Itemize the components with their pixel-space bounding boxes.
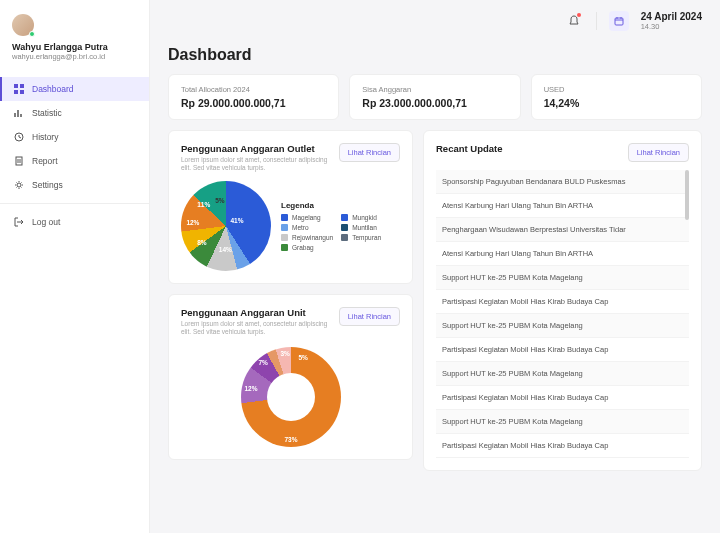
card-title: Penggunaan Anggaran Outlet [181, 143, 339, 154]
stat-label: Total Allocation 2024 [181, 85, 326, 94]
bell-icon[interactable] [564, 11, 584, 31]
legend-item: Rejowinangun [292, 234, 333, 241]
topbar: 24 April 2024 14.30 [150, 0, 720, 42]
detail-button[interactable]: Lihat Rincian [339, 307, 400, 326]
date-text: 24 April 2024 [641, 11, 702, 22]
stat-value: Rp 23.000.000.000,71 [362, 97, 507, 109]
update-item[interactable]: Partisipasi Kegiatan Mobil Hias Kirab Bu… [436, 338, 689, 362]
legend-title: Legenda [281, 201, 400, 210]
chart-icon [14, 108, 24, 118]
pie-chart-outlet: 41% 5% 11% 12% 8% 14% [181, 181, 271, 271]
update-item[interactable]: Atensi Karbung Hari Ulang Tahun Bin ARTH… [436, 194, 689, 218]
update-item[interactable]: Penghargaan Wisudawan Berprestasi Univer… [436, 218, 689, 242]
card-title: Penggunaan Anggaran Unit [181, 307, 339, 318]
legend-item: Mungkid [352, 214, 377, 221]
stat-label: USED [544, 85, 689, 94]
update-item[interactable]: Partisipasi Kegiatan Mobil Hias Kirab Bu… [436, 434, 689, 458]
update-item[interactable]: Partisipasi Kegiatan Mobil Hias Kirab Bu… [436, 386, 689, 410]
card-outlet: Penggunaan Anggaran Outlet Lorem ipsum d… [168, 130, 413, 284]
card-subtitle: Lorem ipsum dolor sit amet, consectetur … [181, 156, 339, 173]
donut-chart-unit: 73% 12% 7% 3% 5% [241, 347, 341, 447]
update-item[interactable]: Sponsorship Paguyuban Bendanara BULD Pus… [436, 170, 689, 194]
detail-button[interactable]: Lihat Rincian [628, 143, 689, 162]
nav-dashboard[interactable]: Dashboard [0, 77, 149, 101]
svg-rect-2 [14, 90, 18, 94]
stat-allocation: Total Allocation 2024 Rp 29.000.000.000,… [168, 74, 339, 120]
sidebar: Wahyu Erlangga Putra wahyu.erlangga@p.br… [0, 0, 150, 533]
stat-sisa: Sisa Anggaran Rp 23.000.000.000,71 [349, 74, 520, 120]
divider [596, 12, 597, 30]
detail-button[interactable]: Lihat Rincian [339, 143, 400, 162]
date-display: 24 April 2024 14.30 [641, 11, 702, 31]
legend-item: Metro [292, 224, 309, 231]
status-online-icon [29, 31, 35, 37]
legend-item: Tempuran [352, 234, 381, 241]
update-item[interactable]: Support HUT ke-25 PUBM Kota Magelang [436, 362, 689, 386]
scrollbar-thumb[interactable] [685, 170, 689, 220]
card-updates: Recant Update Lihat Rincian Sponsorship … [423, 130, 702, 471]
user-email: wahyu.erlangga@p.bri.co.id [12, 52, 137, 61]
stat-row: Total Allocation 2024 Rp 29.000.000.000,… [168, 74, 702, 120]
nav-label: History [32, 132, 58, 142]
nav-label: Report [32, 156, 58, 166]
svg-rect-0 [14, 84, 18, 88]
nav-label: Statistic [32, 108, 62, 118]
calendar-icon[interactable] [609, 11, 629, 31]
update-list[interactable]: Sponsorship Paguyuban Bendanara BULD Pus… [436, 170, 689, 458]
stat-label: Sisa Anggaran [362, 85, 507, 94]
svg-point-6 [17, 183, 21, 187]
logout-icon [14, 217, 24, 227]
time-text: 14.30 [641, 22, 702, 31]
notification-dot-icon [577, 13, 581, 17]
file-icon [14, 156, 24, 166]
legend-item: Muntilan [352, 224, 377, 231]
grid-icon [14, 84, 24, 94]
update-item[interactable]: Partisipasi Kegiatan Mobil Hias Kirab Bu… [436, 290, 689, 314]
svg-rect-1 [20, 84, 24, 88]
nav-label: Log out [32, 217, 60, 227]
update-item[interactable]: Support HUT ke-25 PUBM Kota Magelang [436, 266, 689, 290]
page-title: Dashboard [168, 46, 702, 64]
svg-rect-5 [16, 157, 22, 165]
card-unit: Penggunaan Anggaran Unit Lorem ipsum dol… [168, 294, 413, 460]
clock-icon [14, 132, 24, 142]
svg-rect-7 [615, 18, 623, 25]
legend-item: Grabag [292, 244, 314, 251]
update-item[interactable]: Support HUT ke-25 PUBM Kota Magelang [436, 410, 689, 434]
svg-rect-3 [20, 90, 24, 94]
legend-item: Magelang [292, 214, 321, 221]
nav-logout[interactable]: Log out [0, 210, 149, 234]
legend: Legenda Magelang Metro Rejowinangun Grab… [281, 201, 400, 251]
nav-statistic[interactable]: Statistic [0, 101, 149, 125]
card-title: Recant Update [436, 143, 503, 154]
user-name: Wahyu Erlangga Putra [12, 42, 137, 52]
nav-report[interactable]: Report [0, 149, 149, 173]
divider [0, 203, 149, 204]
gear-icon [14, 180, 24, 190]
nav-label: Settings [32, 180, 63, 190]
update-item[interactable]: Support HUT ke-25 PUBM Kota Magelang [436, 314, 689, 338]
user-block: Wahyu Erlangga Putra wahyu.erlangga@p.br… [0, 0, 149, 71]
nav-settings[interactable]: Settings [0, 173, 149, 197]
stat-used: USED 14,24% [531, 74, 702, 120]
nav-history[interactable]: History [0, 125, 149, 149]
nav-label: Dashboard [32, 84, 74, 94]
avatar[interactable] [12, 14, 34, 36]
stat-value: 14,24% [544, 97, 689, 109]
update-item[interactable]: Atensi Karbung Hari Ulang Tahun Bin ARTH… [436, 242, 689, 266]
nav: Dashboard Statistic History Report Setti… [0, 71, 149, 533]
card-subtitle: Lorem ipsum dolor sit amet, consectetur … [181, 320, 339, 337]
stat-value: Rp 29.000.000.000,71 [181, 97, 326, 109]
